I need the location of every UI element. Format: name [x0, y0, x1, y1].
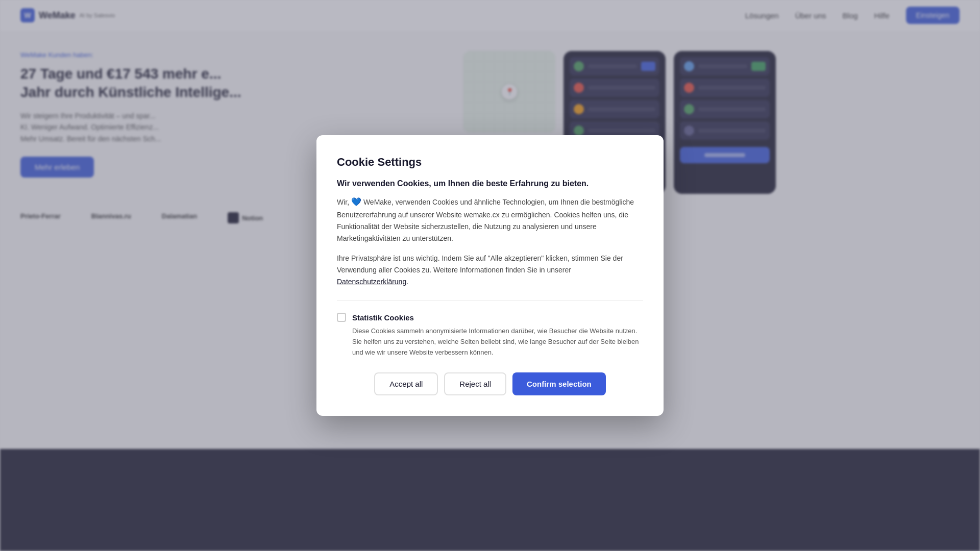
modal-buttons: Accept all Reject all Confirm selection [337, 372, 643, 395]
cookie-category-statistics: Statistik Cookies Diese Cookies sammeln … [337, 313, 643, 358]
statistics-checkbox[interactable] [337, 313, 346, 322]
statistics-category-description: Diese Cookies sammeln anonymisierte Info… [337, 326, 643, 358]
modal-intro-heading: Wir verwenden Cookies, um Ihnen die best… [337, 179, 643, 188]
cookie-modal: Cookie Settings Wir verwenden Cookies, u… [316, 135, 664, 415]
modal-title: Cookie Settings [337, 156, 643, 169]
modal-intro-text: Wir, 💙 WeMake, verwenden Cookies und ähn… [337, 195, 643, 244]
cookie-category-header: Statistik Cookies [337, 313, 643, 322]
accept-all-button[interactable]: Accept all [374, 372, 438, 395]
heart-icon: 💙 [351, 195, 361, 209]
privacy-policy-link[interactable]: Datenschutzerklärung [337, 278, 406, 286]
confirm-selection-button[interactable]: Confirm selection [512, 372, 606, 395]
modal-divider [337, 300, 643, 300]
reject-all-button[interactable]: Reject all [444, 372, 506, 395]
modal-privacy-text: Ihre Privatsphäre ist uns wichtig. Indem… [337, 253, 643, 288]
statistics-category-title: Statistik Cookies [352, 313, 414, 322]
modal-overlay: Cookie Settings Wir verwenden Cookies, u… [0, 0, 980, 551]
